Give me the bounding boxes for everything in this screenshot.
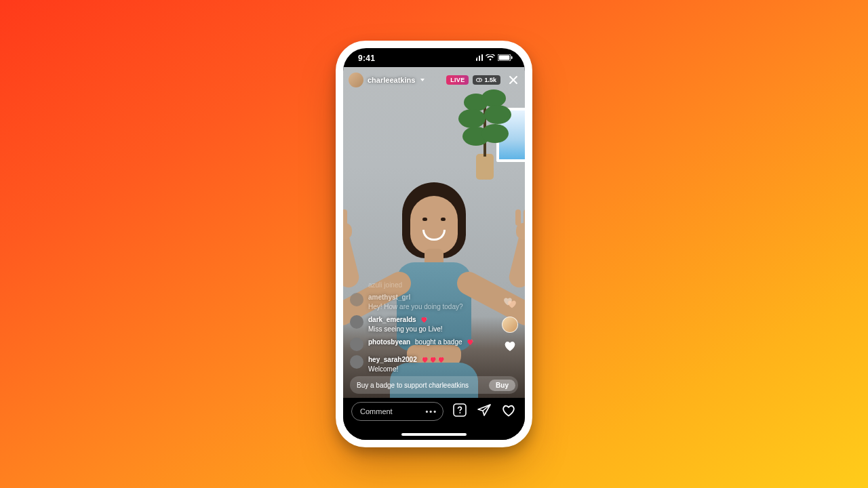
commenter-name: hey_sarah2002 bbox=[368, 355, 417, 365]
svg-rect-1 bbox=[499, 56, 510, 60]
commenter-name: photosbyean bbox=[368, 338, 410, 347]
supporter-badge-icon bbox=[422, 357, 445, 363]
commenter-avatar bbox=[350, 315, 363, 329]
reaction-column bbox=[502, 296, 518, 354]
status-time: 9:41 bbox=[358, 54, 375, 63]
buy-button[interactable]: Buy bbox=[489, 380, 515, 391]
comment-body: Miss seeing you go Live! bbox=[368, 325, 443, 334]
eye-icon bbox=[476, 78, 482, 82]
heart-icon bbox=[503, 340, 517, 354]
live-video[interactable]: charleeatkins LIVE 1.5k azuli joined ame… bbox=[343, 67, 525, 398]
comment-row[interactable]: dark_emeralds Miss seeing you go Live! bbox=[350, 315, 490, 333]
svg-point-12 bbox=[459, 412, 460, 413]
supporter-badge-icon bbox=[420, 317, 427, 323]
commenter-avatar bbox=[350, 293, 363, 306]
close-icon[interactable] bbox=[507, 74, 519, 86]
svg-rect-2 bbox=[511, 56, 513, 59]
comment-row[interactable]: photosbyean bought a badge bbox=[350, 338, 490, 351]
comment-body: bought a badge bbox=[415, 338, 462, 346]
wifi-icon bbox=[486, 54, 495, 61]
reaction-avatar bbox=[502, 317, 518, 333]
chevron-down-icon[interactable] bbox=[420, 79, 425, 81]
live-header: charleeatkins LIVE 1.5k bbox=[349, 73, 519, 87]
comment-input[interactable]: Comment ••• bbox=[351, 402, 443, 421]
support-banner-text: Buy a badge to support charleeatkins bbox=[357, 382, 489, 389]
comment-row[interactable]: amethyst_grl Hey! How are you doing toda… bbox=[350, 293, 490, 311]
comment-placeholder: Comment bbox=[360, 407, 393, 415]
svg-point-6 bbox=[481, 89, 506, 107]
commenter-name: dark_emeralds bbox=[368, 315, 416, 325]
comment-body: Hey! How are you doing today? bbox=[368, 302, 463, 312]
comment-body: Welcome! bbox=[368, 365, 445, 374]
viewer-count[interactable]: 1.5k bbox=[473, 75, 500, 85]
share-icon[interactable] bbox=[476, 402, 492, 418]
heart-icon bbox=[502, 296, 517, 310]
streamer-avatar[interactable] bbox=[349, 73, 363, 87]
heart-icon[interactable] bbox=[500, 402, 517, 418]
comment-row[interactable]: hey_sarah2002 Welcome! bbox=[350, 355, 490, 373]
supporter-badge-icon bbox=[467, 339, 473, 346]
home-indicator[interactable] bbox=[401, 433, 467, 436]
live-badge: LIVE bbox=[446, 75, 469, 85]
question-icon[interactable] bbox=[452, 402, 468, 418]
svg-point-7 bbox=[458, 109, 486, 128]
more-icon[interactable]: ••• bbox=[425, 407, 437, 415]
svg-point-10 bbox=[481, 124, 509, 143]
svg-point-8 bbox=[484, 105, 511, 124]
commenter-avatar bbox=[350, 355, 363, 369]
commenter-avatar bbox=[350, 338, 363, 351]
phone-notch bbox=[390, 48, 478, 64]
status-indicators bbox=[473, 54, 513, 61]
phone-frame: 9:41 bbox=[336, 41, 532, 447]
joined-notice: azuli joined bbox=[368, 281, 402, 289]
streamer-username[interactable]: charleeatkins bbox=[368, 76, 415, 84]
comment-feed: azuli joined amethyst_grl Hey! How are y… bbox=[350, 281, 490, 373]
viewer-count-value: 1.5k bbox=[484, 77, 496, 83]
battery-icon bbox=[498, 54, 513, 61]
commenter-name: amethyst_grl bbox=[368, 293, 410, 302]
phone-screen: 9:41 bbox=[343, 48, 525, 440]
support-banner[interactable]: Buy a badge to support charleeatkins Buy bbox=[350, 376, 518, 394]
